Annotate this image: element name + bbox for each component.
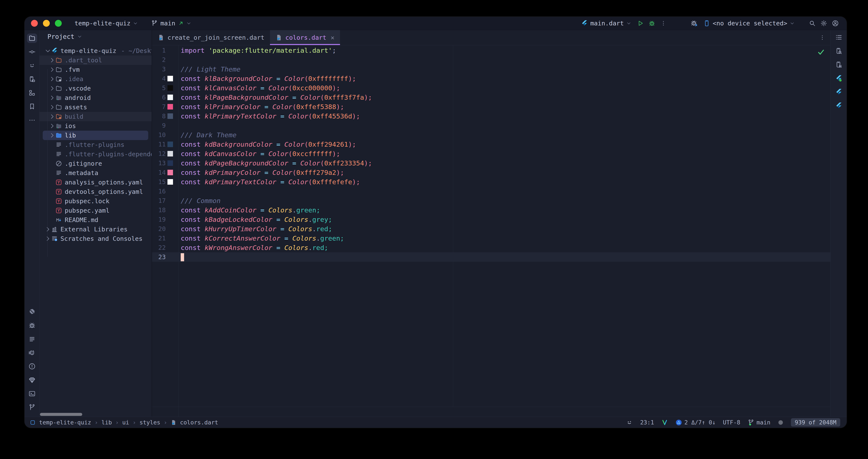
gutter-color-swatch[interactable] [167,104,173,109]
line-number[interactable]: 1 [152,47,166,54]
project-tool-button[interactable] [27,34,37,43]
tree-row-external-libraries[interactable]: External Libraries [39,225,152,234]
chevron-right-icon[interactable] [49,104,55,110]
structure-tool-button[interactable] [27,88,37,98]
breadcrumb-item[interactable]: styles [140,419,160,426]
breadcrumb-item[interactable]: lib [101,419,112,426]
run-button[interactable] [634,18,646,29]
git-tool-button[interactable] [27,403,37,412]
tree-row--gitignore[interactable]: .gitignore [39,159,152,168]
tree-row-devtools-options-yaml[interactable]: devtools_options.yaml [39,187,152,196]
flutter-performance-tool-button[interactable] [834,74,844,83]
app-inspection-tool-button[interactable] [834,46,844,56]
line-number[interactable]: 20 [152,225,166,232]
bookmarks-tool-button[interactable] [27,102,37,111]
project-panel-header[interactable]: Project [39,30,152,43]
breadcrumb-item[interactable]: ui [122,419,129,426]
line-number[interactable]: 16 [152,188,166,195]
branch-selector[interactable]: main [148,18,194,29]
chevron-right-icon[interactable] [49,113,55,120]
chevron-right-icon[interactable] [49,85,55,92]
tree-row--dart-tool[interactable]: .dart_tool [39,56,152,65]
dart-analysis-tool-button[interactable] [27,307,37,317]
search-everywhere-button[interactable] [806,18,818,29]
git-counts-widget[interactable]: 2 Δ/7↑ 0↓ [675,419,715,426]
commit-tool-button[interactable] [27,47,37,57]
run-configuration-selector[interactable]: main.dart [578,18,634,29]
gutter-color-swatch[interactable] [167,151,173,157]
line-number[interactable]: 19 [152,216,166,223]
zoom-window-button[interactable] [55,20,62,27]
debug-tool-button[interactable] [27,321,37,330]
line-number[interactable]: 9 [152,122,166,129]
line-number[interactable]: 22 [152,244,166,251]
gutter-color-swatch[interactable] [167,76,173,81]
editor-tab-colors-dart[interactable]: colors.dart× [270,30,340,45]
dependencies-tool-button[interactable] [27,375,37,385]
chevron-right-icon[interactable] [44,235,51,242]
chevron-right-icon[interactable] [49,132,55,138]
flutter-outline-tool-button[interactable] [834,87,844,97]
minimize-window-button[interactable] [43,20,50,27]
git-branch-widget[interactable]: main [748,419,770,426]
status-indicator-widget[interactable] [778,420,784,425]
structure-list-tool-button[interactable] [834,33,844,42]
flutter-inspector-tool-button[interactable] [834,101,844,110]
memory-indicator[interactable]: 939 of 2048M [791,418,840,427]
tree-row--vscode[interactable]: .vscode [39,84,152,93]
line-number[interactable]: 11 [152,141,166,148]
line-number[interactable]: 5 [152,84,166,92]
gutter-color-swatch[interactable] [167,141,173,147]
device-manager-tool-button[interactable] [834,60,844,69]
v-plugin-widget[interactable] [661,419,668,426]
chevron-right-icon[interactable] [44,226,51,232]
line-number[interactable]: 15 [152,178,166,186]
status-smiley-widget[interactable] [626,419,633,426]
line-number[interactable]: 21 [152,235,166,242]
hidden-tabs-button[interactable] [819,30,825,45]
tree-row-pubspec-yaml[interactable]: pubspec.yaml [39,206,152,215]
line-number[interactable]: 23 [152,254,166,261]
profile-button[interactable] [830,18,841,29]
line-number[interactable]: 18 [152,206,166,214]
line-number[interactable]: 8 [152,112,166,120]
line-number[interactable]: 17 [152,197,166,204]
gutter-color-swatch[interactable] [167,85,173,91]
tree-row--fvm[interactable]: .fvm [39,65,152,74]
gutter-color-swatch[interactable] [167,95,173,100]
chevron-right-icon[interactable] [49,57,55,63]
line-number[interactable]: 14 [152,169,166,176]
profiler-cat-tool-button[interactable] [27,348,37,357]
line-number[interactable]: 6 [152,94,166,101]
more-tool-windows-button[interactable] [27,116,37,125]
chevron-right-icon[interactable] [49,76,55,82]
gutter-color-swatch[interactable] [167,160,173,166]
project-selector[interactable]: temp-elite-quiz [71,18,141,29]
tree-row-temp-elite-quiz[interactable]: temp-elite-quiz- ~/Deskto [39,46,152,56]
gutter-color-swatch[interactable] [167,170,173,175]
tree-row-pubspec-lock[interactable]: pubspec.lock [39,196,152,206]
line-number[interactable]: 12 [152,150,166,157]
breadcrumb-item[interactable]: temp-elite-quiz [39,419,91,426]
horizontal-scrollbar[interactable] [40,413,82,416]
line-number[interactable]: 7 [152,103,166,110]
tree-row--flutter-plugins-dependenci[interactable]: .flutter-plugins-dependenci [39,150,152,159]
terminal-tool-button[interactable] [27,389,37,398]
tree-row-lib[interactable]: lib [39,131,152,140]
settings-button[interactable] [818,18,830,29]
attach-debugger-button[interactable] [688,18,700,29]
chevron-right-icon[interactable] [49,95,55,101]
line-number[interactable]: 13 [152,160,166,167]
close-window-button[interactable] [31,20,38,27]
breadcrumb-file[interactable]: colors.dart [180,419,218,426]
gutter-color-swatch[interactable] [167,179,173,185]
more-run-actions-button[interactable] [658,18,669,29]
line-number[interactable]: 2 [152,56,166,63]
tree-row-scratches-and-consoles[interactable]: Scratches and Consoles [39,234,152,243]
tree-row-readme-md[interactable]: README.md [39,215,152,225]
editor-tab-create-or-join-screen-dart[interactable]: create_or_join_screen.dart [152,30,270,45]
encoding-widget[interactable]: UTF-8 [723,419,740,426]
tree-row-analysis-options-yaml[interactable]: analysis_options.yaml [39,177,152,187]
line-number[interactable]: 10 [152,131,166,138]
tree-row-ios[interactable]: ios [39,121,152,131]
